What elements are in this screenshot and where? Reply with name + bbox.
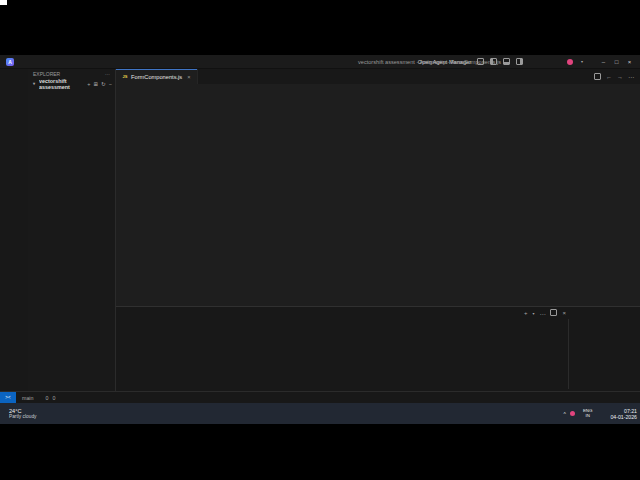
kill-terminal-icon[interactable]: × xyxy=(562,310,566,316)
file-tree xyxy=(28,88,115,391)
close-button[interactable]: × xyxy=(623,59,636,65)
toggle-panel-icon[interactable] xyxy=(502,58,510,66)
titlebar-search-icon[interactable] xyxy=(528,58,536,66)
split-terminal-icon[interactable] xyxy=(550,309,557,317)
activity-bar xyxy=(0,69,28,391)
workspace-root[interactable]: ▾ vectorshift assessment + ⊞ ↻ − xyxy=(28,79,115,88)
editor-group: JS FormComponents.js × ← → ⋯ + xyxy=(116,69,640,391)
new-file-icon[interactable]: + xyxy=(87,81,90,87)
app-logo-icon[interactable]: A xyxy=(6,58,14,66)
terminal-dropdown-icon[interactable]: ▾ xyxy=(532,311,534,316)
new-folder-icon[interactable]: ⊞ xyxy=(94,81,99,87)
clock[interactable]: 07:2104-01-2026 xyxy=(610,408,637,420)
new-terminal-icon[interactable]: + xyxy=(524,310,528,316)
windows-taskbar: 24°CPartly cloudy ^ ENGIN 07:2104-01-202… xyxy=(0,403,640,424)
explorer-actions: + ⊞ ↻ − xyxy=(87,81,115,87)
settings-icon[interactable] xyxy=(554,58,562,66)
terminal-actions: + ▾ ⋯ × xyxy=(524,309,566,317)
terminal-list xyxy=(568,319,639,389)
refresh-icon[interactable]: ↻ xyxy=(101,81,106,87)
problems-item[interactable]: 0 0 xyxy=(39,395,59,401)
window-controls: – □ × xyxy=(597,59,636,65)
account-avatar[interactable] xyxy=(567,59,573,65)
code-editor[interactable] xyxy=(116,92,640,306)
main-area: EXPLORER ⋯ ▾ vectorshift assessment + ⊞ … xyxy=(0,69,640,391)
split-editor-icon[interactable] xyxy=(594,73,601,81)
status-bar: >< main 0 0 xyxy=(0,391,640,403)
share-icon[interactable] xyxy=(541,58,549,66)
video-artifact-dot xyxy=(0,0,7,5)
maximize-button[interactable]: □ xyxy=(610,59,623,65)
antigravity-window: A vectorshift assessment - Antigravity -… xyxy=(0,55,640,403)
remote-indicator[interactable]: >< xyxy=(0,392,16,403)
bottom-panel: + ▾ ⋯ × xyxy=(116,306,640,391)
toggle-secondary-sidebar-icon[interactable] xyxy=(515,58,523,66)
sidebar-more-icon[interactable]: ⋯ xyxy=(105,71,110,77)
tab-formcomponents[interactable]: JS FormComponents.js × xyxy=(116,69,198,84)
navigate-forward-icon[interactable]: → xyxy=(617,74,623,80)
breadcrumb[interactable] xyxy=(116,84,640,92)
chevron-down-icon[interactable]: ▾ xyxy=(578,58,586,66)
explorer-sidebar: EXPLORER ⋯ ▾ vectorshift assessment + ⊞ … xyxy=(28,69,116,391)
navigate-back-icon[interactable]: ← xyxy=(606,74,612,80)
minimize-button[interactable]: – xyxy=(597,59,610,65)
system-tray: ^ ENGIN 07:2104-01-2026 xyxy=(564,403,637,424)
js-file-icon: JS xyxy=(122,74,128,80)
tray-pink-icon[interactable] xyxy=(570,411,575,416)
minimap[interactable] xyxy=(599,94,633,306)
git-branch-item[interactable]: main xyxy=(16,395,39,401)
title-bar: A vectorshift assessment - Antigravity -… xyxy=(0,55,640,69)
editor-tab-bar: JS FormComponents.js × ← → ⋯ xyxy=(116,69,640,84)
weather-widget[interactable]: 24°CPartly cloudy xyxy=(0,408,36,419)
terminal-more-icon[interactable]: ⋯ xyxy=(539,310,545,317)
editor-more-icon[interactable]: ⋯ xyxy=(628,73,634,80)
language-indicator[interactable]: ENGIN xyxy=(583,409,593,419)
sidebar-title: EXPLORER xyxy=(33,71,60,77)
window-title: vectorshift assessment - Antigravity - F… xyxy=(358,59,501,65)
terminal-output[interactable] xyxy=(116,318,640,391)
tab-close-icon[interactable]: × xyxy=(187,74,190,80)
tray-chevron-icon[interactable]: ^ xyxy=(564,411,566,417)
collapse-all-icon[interactable]: − xyxy=(109,81,112,87)
editor-toolbar: ← → ⋯ xyxy=(594,69,640,84)
